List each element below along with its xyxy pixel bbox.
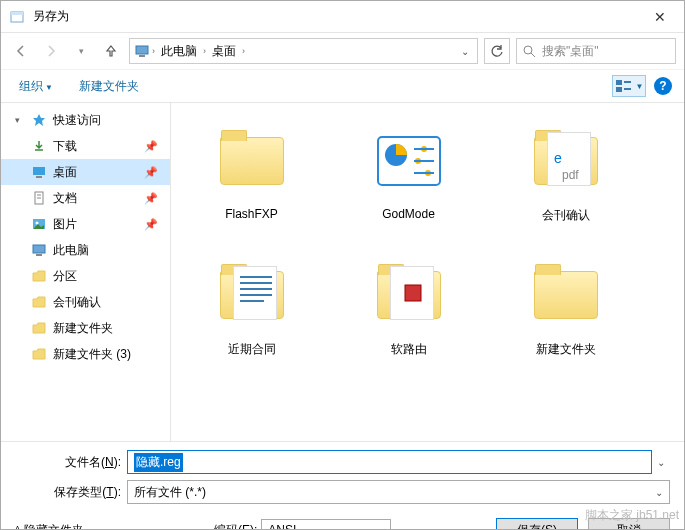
expand-icon[interactable]: ▾: [15, 115, 25, 125]
folder-icon: [31, 320, 47, 336]
svg-rect-9: [624, 88, 631, 90]
watermark: 脚本之家 jb51.net: [585, 507, 679, 524]
pin-icon: 📌: [144, 192, 158, 205]
pin-icon: 📌: [144, 166, 158, 179]
back-button[interactable]: [9, 39, 33, 63]
search-placeholder: 搜索"桌面": [542, 43, 599, 60]
folder-icon: [220, 271, 284, 319]
folder-icon: [220, 137, 284, 185]
picture-icon: [31, 216, 47, 232]
refresh-button[interactable]: [484, 38, 510, 64]
folder-icon: [377, 271, 441, 319]
filename-dropdown[interactable]: ⌄: [652, 457, 670, 468]
up-button[interactable]: [99, 39, 123, 63]
download-icon: [31, 138, 47, 154]
new-folder-button[interactable]: 新建文件夹: [73, 74, 145, 99]
file-item[interactable]: 近期合同: [179, 249, 324, 379]
hide-folders-toggle[interactable]: ˄隐藏文件夹: [15, 522, 84, 531]
pin-icon: 📌: [144, 140, 158, 153]
tree-item-documents[interactable]: 文档📌: [1, 185, 170, 211]
filetype-select[interactable]: 所有文件 (*.*)⌄: [127, 480, 670, 504]
svg-rect-3: [139, 55, 145, 57]
view-options-button[interactable]: ▼: [612, 75, 646, 97]
chevron-icon: ›: [201, 46, 208, 56]
document-icon: [31, 190, 47, 206]
file-item[interactable]: 软路由: [336, 249, 481, 379]
file-list: FlashFXP GodMode epdf会刊确认 近期合同 软路由 新建文件夹: [171, 103, 684, 441]
svg-point-4: [524, 46, 532, 54]
help-button[interactable]: ?: [654, 77, 672, 95]
svg-text:pdf: pdf: [562, 168, 579, 182]
tree-item-pictures[interactable]: 图片📌: [1, 211, 170, 237]
desktop-icon: [31, 164, 47, 180]
address-bar[interactable]: › 此电脑 › 桌面 › ⌄: [129, 38, 478, 64]
svg-rect-34: [405, 285, 421, 301]
godmode-icon: [374, 131, 444, 191]
app-icon: [9, 9, 25, 25]
tree-item-folder[interactable]: 会刊确认: [1, 289, 170, 315]
svg-rect-18: [36, 254, 42, 256]
svg-rect-11: [36, 176, 42, 178]
filename-input[interactable]: 隐藏.reg: [127, 450, 652, 474]
svg-rect-7: [616, 87, 622, 92]
navigation-tree: ▾ 快速访问 下载📌 桌面📌 文档📌 图片📌 此电脑 分区 会刊确认 新建文件夹…: [1, 103, 171, 441]
encoding-label: 编码(E):: [214, 522, 257, 531]
tree-item-folder[interactable]: 新建文件夹 (3): [1, 341, 170, 367]
tree-label: 快速访问: [53, 112, 101, 129]
close-button[interactable]: ✕: [640, 9, 680, 25]
filename-label: 文件名(N):: [15, 454, 127, 471]
chevron-icon: ›: [240, 46, 247, 56]
svg-rect-6: [616, 80, 622, 85]
svg-rect-17: [33, 245, 45, 253]
svg-text:e: e: [554, 150, 562, 166]
recent-dropdown[interactable]: ▾: [69, 39, 93, 63]
tree-item-thispc[interactable]: 此电脑: [1, 237, 170, 263]
tree-item-folder[interactable]: 新建文件夹: [1, 315, 170, 341]
tree-item-desktop[interactable]: 桌面📌: [1, 159, 170, 185]
file-item[interactable]: 新建文件夹: [493, 249, 638, 379]
tree-item-downloads[interactable]: 下载📌: [1, 133, 170, 159]
path-segment[interactable]: 桌面: [208, 43, 240, 60]
svg-rect-1: [11, 12, 23, 15]
file-item[interactable]: epdf会刊确认: [493, 115, 638, 245]
svg-rect-10: [33, 167, 45, 175]
window-title: 另存为: [33, 8, 640, 25]
file-item[interactable]: GodMode: [336, 115, 481, 245]
folder-icon: [31, 268, 47, 284]
search-icon: [523, 45, 536, 58]
folder-icon: [31, 294, 47, 310]
folder-icon: [534, 271, 598, 319]
pin-icon: 📌: [144, 218, 158, 231]
pc-icon: [31, 242, 47, 258]
encoding-select[interactable]: ANSI⌄: [261, 519, 391, 530]
star-icon: [31, 112, 47, 128]
path-segment[interactable]: 此电脑: [157, 43, 201, 60]
forward-button[interactable]: [39, 39, 63, 63]
folder-icon: epdf: [534, 137, 598, 185]
organize-menu[interactable]: 组织▼: [13, 74, 59, 99]
path-dropdown[interactable]: ⌄: [461, 46, 473, 57]
tree-item-folder[interactable]: 分区: [1, 263, 170, 289]
folder-icon: [31, 346, 47, 362]
search-input[interactable]: 搜索"桌面": [516, 38, 676, 64]
pc-icon: [134, 43, 150, 59]
svg-line-5: [531, 53, 535, 57]
file-item[interactable]: FlashFXP: [179, 115, 324, 245]
svg-rect-2: [136, 46, 148, 54]
chevron-icon: ›: [150, 46, 157, 56]
svg-rect-8: [624, 81, 631, 83]
tree-quick-access[interactable]: ▾ 快速访问: [1, 107, 170, 133]
filetype-label: 保存类型(T):: [15, 484, 127, 501]
save-button[interactable]: 保存(S): [496, 518, 578, 530]
